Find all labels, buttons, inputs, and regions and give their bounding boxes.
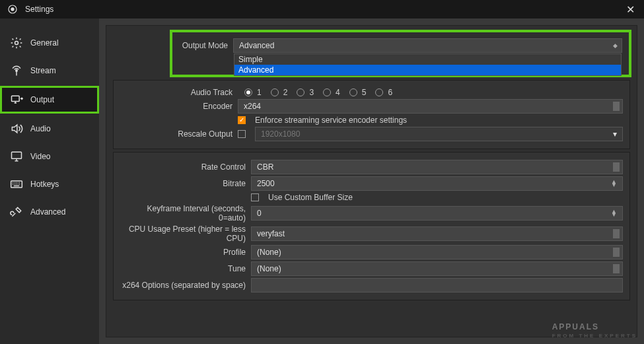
close-icon[interactable]: ✕: [622, 2, 639, 17]
rate-control-select[interactable]: CBR: [251, 160, 623, 174]
output-mode-value: Advanced: [239, 41, 274, 50]
x264-opts-label: x264 Options (separated by space): [120, 281, 246, 290]
svg-point-1: [11, 7, 14, 11]
custom-buffer-label: Use Custom Buffer Size: [268, 193, 353, 202]
monitor-icon: [9, 149, 24, 164]
audio-track-label: Audio Track: [120, 88, 233, 97]
keyboard-icon: [9, 177, 24, 191]
sidebar-item-audio[interactable]: Audio: [0, 115, 99, 143]
sidebar-label: Hotkeys: [30, 180, 59, 189]
audio-track-radio-1[interactable]: [244, 88, 252, 96]
audio-track-radio-5[interactable]: [349, 88, 357, 96]
x264-opts-input[interactable]: [251, 278, 623, 292]
option-advanced[interactable]: Advanced: [234, 65, 621, 75]
sidebar-label: Video: [30, 152, 50, 161]
custom-buffer-checkbox[interactable]: [251, 193, 259, 201]
profile-select[interactable]: (None): [251, 245, 623, 259]
speaker-icon: [9, 121, 24, 136]
monitor-out-icon: [9, 92, 24, 107]
sidebar-item-general[interactable]: General: [0, 29, 99, 57]
sidebar-label: Stream: [30, 66, 56, 75]
encoder-label: Encoder: [120, 102, 233, 111]
bitrate-label: Bitrate: [120, 179, 246, 188]
sidebar-label: Audio: [30, 124, 51, 133]
gear-icon: [9, 36, 24, 50]
sidebar-item-advanced[interactable]: Advanced: [0, 198, 99, 226]
svg-rect-5: [12, 152, 22, 158]
audio-track-radio-6[interactable]: [375, 88, 383, 96]
tune-label: Tune: [120, 264, 246, 273]
tools-icon: [9, 205, 24, 219]
sidebar-item-stream[interactable]: Stream: [0, 57, 99, 85]
audio-track-radio-2[interactable]: [271, 88, 279, 96]
rescale-input: 1920x1080▾: [255, 127, 623, 141]
enforce-label: Enforce streaming service encoder settin…: [255, 116, 407, 125]
antenna-icon: [9, 63, 24, 78]
svg-point-2: [15, 42, 18, 45]
output-mode-dropdown: Simple Advanced: [234, 53, 622, 76]
sidebar-item-output[interactable]: Output: [0, 86, 99, 114]
cpu-preset-label: CPU Usage Preset (higher = less CPU): [120, 224, 246, 243]
chevron-down-icon: ▾: [613, 129, 617, 139]
keyframe-input[interactable]: 0▲▼: [251, 206, 623, 221]
audio-track-group: 1 2 3 4 5 6: [238, 88, 392, 97]
cpu-preset-select[interactable]: veryfast: [251, 226, 623, 241]
sidebar-label: Output: [30, 95, 54, 104]
obs-logo-icon: [5, 2, 20, 17]
rate-control-label: Rate Control: [120, 162, 246, 172]
svg-rect-4: [12, 96, 20, 101]
sidebar-item-video[interactable]: Video: [0, 143, 99, 170]
option-simple[interactable]: Simple: [234, 54, 621, 65]
audio-track-radio-3[interactable]: [297, 88, 304, 96]
rescale-checkbox[interactable]: [238, 130, 246, 138]
tune-select[interactable]: (None): [251, 261, 623, 276]
rescale-label: Rescale Output: [120, 129, 233, 139]
sidebar-item-hotkeys[interactable]: Hotkeys: [0, 170, 99, 198]
window-title: Settings: [25, 5, 54, 14]
spinner-icon[interactable]: ▲▼: [611, 210, 617, 217]
encoder-select[interactable]: x264: [238, 99, 623, 114]
sidebar-label: Advanced: [30, 207, 65, 217]
bitrate-input[interactable]: 2500▲▼: [251, 176, 623, 191]
chevron-icon: ◆: [613, 42, 618, 49]
sidebar-label: General: [30, 38, 59, 48]
enforce-checkbox[interactable]: [238, 116, 246, 124]
output-mode-label: Output Mode: [179, 41, 228, 50]
profile-label: Profile: [120, 248, 246, 257]
spinner-icon[interactable]: ▲▼: [611, 180, 617, 188]
output-mode-highlight: Output Mode Advanced ◆ Simple Advanced S…: [170, 30, 631, 77]
keyframe-label: Keyframe Interval (seconds, 0=auto): [120, 204, 246, 223]
settings-sidebar: General Stream Output Audio Video Hotkey…: [0, 18, 99, 344]
output-mode-select[interactable]: Advanced ◆ Simple Advanced: [233, 38, 622, 53]
audio-track-radio-4[interactable]: [323, 88, 331, 96]
